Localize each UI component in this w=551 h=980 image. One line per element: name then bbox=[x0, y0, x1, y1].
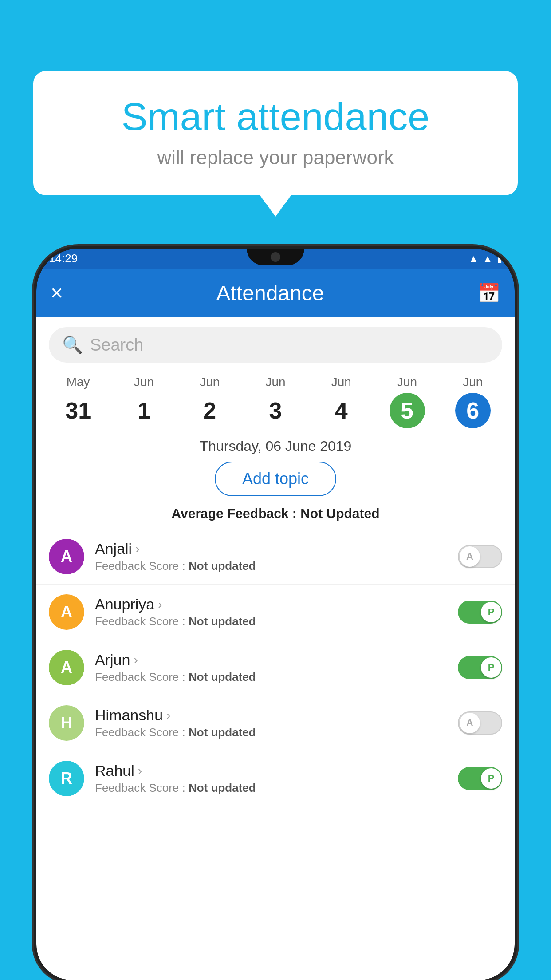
app-header: × Attendance 📅 bbox=[36, 269, 515, 317]
feedback-score-3: Feedback Score : Not updated bbox=[95, 726, 458, 739]
search-bar[interactable]: 🔍 Search bbox=[49, 327, 502, 363]
status-time: 14:29 bbox=[49, 252, 78, 265]
toggle-knob-2: P bbox=[481, 657, 501, 678]
phone-mockup: 14:29 ▲ ▲ ▮ × Attendance 📅 🔍 Search May3… bbox=[36, 249, 515, 980]
month-label-6: Jun bbox=[463, 375, 483, 389]
wifi-icon: ▲ bbox=[468, 253, 478, 265]
student-row-0[interactable]: AAnjali ›Feedback Score : Not updatedA bbox=[36, 529, 515, 585]
chevron-icon-3: › bbox=[166, 708, 170, 723]
date-col-1[interactable]: Jun1 bbox=[126, 375, 161, 428]
date-col-3[interactable]: Jun3 bbox=[258, 375, 293, 428]
toggle-knob-1: P bbox=[481, 602, 501, 622]
avg-feedback-value: Not Updated bbox=[300, 506, 379, 521]
signal-icon: ▲ bbox=[483, 253, 492, 265]
bubble-title: Smart attendance bbox=[60, 95, 491, 138]
speech-bubble-card: Smart attendance will replace your paper… bbox=[33, 71, 518, 195]
day-num-4[interactable]: 4 bbox=[323, 393, 359, 428]
notch-camera bbox=[271, 252, 280, 262]
day-num-0[interactable]: 31 bbox=[60, 393, 96, 428]
month-label-3: Jun bbox=[265, 375, 285, 389]
student-name-2: Arjun › bbox=[95, 651, 458, 668]
date-strip: May31Jun1Jun2Jun3Jun4Jun5Jun6 bbox=[36, 371, 515, 428]
toggle-4[interactable]: P bbox=[458, 767, 502, 790]
day-num-3[interactable]: 3 bbox=[258, 393, 293, 428]
student-info-2: Arjun ›Feedback Score : Not updated bbox=[95, 651, 458, 684]
bubble-subtitle: will replace your paperwork bbox=[60, 146, 491, 169]
student-info-0: Anjali ›Feedback Score : Not updated bbox=[95, 540, 458, 573]
student-name-4: Rahul › bbox=[95, 762, 458, 779]
student-info-3: Himanshu ›Feedback Score : Not updated bbox=[95, 707, 458, 739]
feedback-score-1: Feedback Score : Not updated bbox=[95, 615, 458, 628]
date-col-4[interactable]: Jun4 bbox=[323, 375, 359, 428]
app-content: 🔍 Search May31Jun1Jun2Jun3Jun4Jun5Jun6 T… bbox=[36, 317, 515, 980]
day-num-1[interactable]: 1 bbox=[126, 393, 161, 428]
phone-notch bbox=[247, 249, 304, 265]
month-label-2: Jun bbox=[200, 375, 220, 389]
student-row-2[interactable]: AArjun ›Feedback Score : Not updatedP bbox=[36, 640, 515, 695]
battery-icon: ▮ bbox=[497, 253, 502, 265]
toggle-3[interactable]: A bbox=[458, 711, 502, 735]
toggle-2[interactable]: P bbox=[458, 656, 502, 679]
feedback-score-4: Feedback Score : Not updated bbox=[95, 781, 458, 795]
feedback-score-2: Feedback Score : Not updated bbox=[95, 670, 458, 684]
chevron-icon-4: › bbox=[138, 764, 142, 778]
month-label-0: May bbox=[67, 375, 90, 389]
close-button[interactable]: × bbox=[51, 282, 63, 304]
toggle-knob-4: P bbox=[481, 768, 501, 789]
calendar-icon[interactable]: 📅 bbox=[477, 282, 500, 304]
student-info-1: Anupriya ›Feedback Score : Not updated bbox=[95, 596, 458, 628]
student-name-0: Anjali › bbox=[95, 540, 458, 557]
avatar-2: A bbox=[49, 650, 84, 685]
student-row-3[interactable]: HHimanshu ›Feedback Score : Not updatedA bbox=[36, 695, 515, 751]
avatar-4: R bbox=[49, 761, 84, 796]
student-row-1[interactable]: AAnupriya ›Feedback Score : Not updatedP bbox=[36, 585, 515, 640]
avatar-3: H bbox=[49, 705, 84, 741]
search-input[interactable]: Search bbox=[90, 336, 143, 355]
date-col-5[interactable]: Jun5 bbox=[390, 375, 425, 428]
feedback-score-0: Feedback Score : Not updated bbox=[95, 559, 458, 573]
avg-feedback-prefix: Average Feedback : bbox=[171, 506, 300, 521]
date-col-6[interactable]: Jun6 bbox=[455, 375, 491, 428]
chevron-icon-0: › bbox=[135, 542, 139, 556]
toggle-0[interactable]: A bbox=[458, 545, 502, 568]
month-label-1: Jun bbox=[134, 375, 154, 389]
avatar-1: A bbox=[49, 594, 84, 630]
search-icon: 🔍 bbox=[62, 335, 83, 355]
toggle-1[interactable]: P bbox=[458, 601, 502, 624]
student-row-4[interactable]: RRahul ›Feedback Score : Not updatedP bbox=[36, 751, 515, 806]
student-info-4: Rahul ›Feedback Score : Not updated bbox=[95, 762, 458, 795]
avatar-0: A bbox=[49, 539, 84, 574]
day-num-2[interactable]: 2 bbox=[192, 393, 228, 428]
student-name-3: Himanshu › bbox=[95, 707, 458, 724]
status-icons: ▲ ▲ ▮ bbox=[468, 253, 502, 265]
date-col-0[interactable]: May31 bbox=[60, 375, 96, 428]
date-col-2[interactable]: Jun2 bbox=[192, 375, 228, 428]
selected-date-label: Thursday, 06 June 2019 bbox=[36, 438, 515, 454]
month-label-4: Jun bbox=[331, 375, 351, 389]
toggle-knob-0: A bbox=[460, 546, 480, 567]
month-label-5: Jun bbox=[397, 375, 417, 389]
avg-feedback: Average Feedback : Not Updated bbox=[36, 506, 515, 521]
chevron-icon-2: › bbox=[134, 653, 138, 667]
student-name-1: Anupriya › bbox=[95, 596, 458, 613]
header-title: Attendance bbox=[216, 281, 324, 305]
toggle-knob-3: A bbox=[460, 713, 480, 733]
day-num-5[interactable]: 5 bbox=[390, 393, 425, 428]
chevron-icon-1: › bbox=[158, 597, 162, 612]
day-num-6[interactable]: 6 bbox=[455, 393, 491, 428]
student-list: AAnjali ›Feedback Score : Not updatedAAA… bbox=[36, 529, 515, 806]
add-topic-button[interactable]: Add topic bbox=[215, 462, 336, 496]
